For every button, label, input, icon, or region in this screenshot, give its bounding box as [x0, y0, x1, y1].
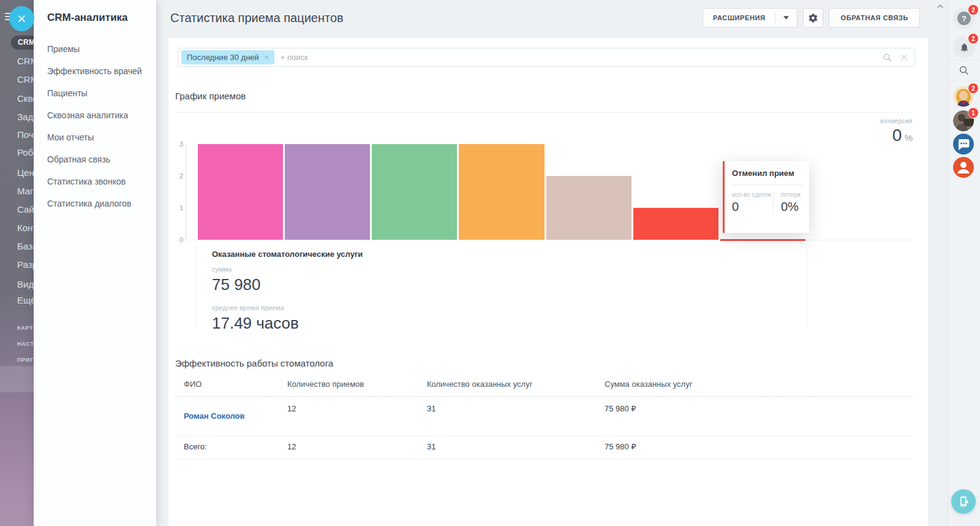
table-row: Роман Соколов 12 31 75 980 ₽	[175, 397, 913, 436]
sidebar-item[interactable]: CRM	[17, 56, 34, 66]
funnel-stage[interactable]	[198, 144, 283, 240]
filter-tag-label: Последние 30 дней	[187, 53, 259, 62]
phone-icon	[957, 495, 970, 508]
sidebar-item[interactable]: CRM	[17, 74, 34, 85]
user-avatar[interactable]: 1	[953, 110, 975, 132]
analytics-menu-list: ПриемыЭффективность врачейПациентыСквозн…	[34, 38, 156, 215]
stage-tooltip: Отменил прием кол-во сделок 0 потери 0%	[723, 161, 809, 233]
summary-sum-label: сумма	[212, 265, 807, 273]
tooltip-title: Отменил прием	[732, 169, 803, 178]
funnel-stage[interactable]	[546, 144, 631, 240]
sidebar-item[interactable]: Ещё	[17, 295, 34, 305]
team-chat-button[interactable]	[953, 134, 975, 156]
tag-close-icon[interactable]: ×	[265, 53, 269, 62]
menu-item-статистика-звонков[interactable]: Статистика звонков	[34, 170, 156, 192]
funnel-bar[interactable]	[720, 239, 805, 241]
menu-item-приемы[interactable]: Приемы	[34, 38, 156, 60]
funnel-bar[interactable]	[372, 144, 457, 240]
plan-row[interactable]: ОС 9 д	[0, 366, 34, 392]
column-header: Количество приемов	[287, 379, 427, 389]
sidebar-section-label[interactable]: КАРТА	[17, 325, 34, 331]
sidebar-item-active[interactable]: CRM	[11, 36, 34, 50]
menu-item-мои-отчеты[interactable]: Мои отчеты	[34, 126, 156, 148]
table-cell: 31	[427, 436, 605, 459]
table-cell: 75 980 ₽	[605, 436, 913, 459]
menu-item-пациенты[interactable]: Пациенты	[34, 82, 156, 104]
sidebar-section-label[interactable]: НАСТР	[17, 341, 34, 347]
right-rail: ? 2 2 2 1	[948, 0, 980, 526]
funnel-bar[interactable]	[198, 144, 283, 240]
table-section-title: Эффективность работы стоматолога	[175, 358, 333, 368]
table-cell: 31	[427, 397, 605, 435]
main-area: Статистика приема пациентов РАСШИРЕНИЯ О…	[156, 0, 928, 526]
summary-avg-label: среднее время приема	[212, 304, 807, 311]
sidebar-item[interactable]: Зада	[17, 112, 34, 122]
doctor-name-link[interactable]: Роман Соколов	[184, 411, 245, 421]
sidebar-item[interactable]: Робо	[17, 147, 34, 158]
page-title: Статистика приема пациентов	[170, 11, 344, 25]
notifications-button[interactable]: 2	[953, 36, 975, 58]
sidebar-item[interactable]: Мага	[17, 186, 34, 196]
profile-button[interactable]	[953, 157, 975, 179]
feedback-button[interactable]: ОБРАТНАЯ СВЯЗЬ	[829, 8, 920, 28]
filter-bar[interactable]: Последние 30 дней × + поиск	[178, 48, 915, 67]
conversion-unit: %	[905, 132, 913, 143]
search-input[interactable]: + поиск	[281, 53, 308, 62]
menu-item-сквозная-аналитика[interactable]: Сквозная аналитика	[34, 104, 156, 126]
table-cell: 12	[287, 397, 427, 435]
sidebar-item[interactable]: Почт	[17, 129, 34, 140]
sidebar-item[interactable]: Сайт	[17, 204, 34, 215]
rail-search-button[interactable]	[953, 65, 975, 76]
person-icon	[953, 157, 974, 178]
efficiency-table: ФИОКоличество приемовКоличество оказанны…	[175, 372, 913, 459]
section-divider	[175, 112, 913, 113]
main-header: Статистика приема пациентов РАСШИРЕНИЯ О…	[156, 0, 928, 38]
app-window: CRM CRMCRMСквоЗадаПочтРобоЦентМагаСайтКо…	[0, 0, 980, 526]
sidebar-item[interactable]: Скво	[17, 93, 34, 104]
search-icon[interactable]	[883, 53, 892, 63]
settings-button[interactable]	[803, 8, 823, 28]
tooltip-deals-value: 0	[732, 200, 773, 214]
conversion-value: 0	[892, 126, 902, 145]
funnel-bars	[198, 144, 805, 240]
sidebar-item[interactable]: Разр	[17, 259, 34, 270]
mobile-app-button[interactable]	[951, 489, 976, 514]
extensions-button[interactable]: РАСШИРЕНИЯ	[703, 8, 797, 28]
table-cell: 12	[287, 436, 427, 459]
sidebar-item[interactable]: Виде	[17, 279, 34, 289]
conversion-label: конверсия	[881, 118, 913, 124]
main-sidebar: CRM CRMCRMСквоЗадаПочтРобоЦентМагаСайтКо…	[0, 0, 34, 526]
chevron-down-icon[interactable]	[775, 16, 797, 20]
table-total-row: Всего: 12 31 75 980 ₽	[175, 436, 913, 459]
sidebar-item[interactable]: Конт	[17, 223, 34, 233]
analytics-menu-panel: CRM-аналитика ПриемыЭффективность врачей…	[34, 0, 156, 526]
funnel-bar[interactable]	[633, 208, 718, 240]
y-tick-label: 2	[170, 172, 183, 180]
tooltip-divider	[732, 185, 803, 185]
avatar-badge: 1	[968, 108, 978, 118]
close-panel-button[interactable]	[9, 6, 34, 31]
filter-tag[interactable]: Последние 30 дней ×	[181, 50, 274, 64]
user-avatar[interactable]: 2	[953, 86, 975, 108]
funnel-stage[interactable]	[372, 144, 457, 240]
funnel-bar[interactable]	[459, 144, 544, 240]
question-icon: ?	[957, 12, 971, 25]
funnel-stage[interactable]	[459, 144, 544, 240]
sidebar-section-label[interactable]: ПРИГЛ	[17, 357, 34, 363]
conversion-block: конверсия 0 %	[881, 118, 913, 145]
funnel-bar[interactable]	[285, 144, 370, 240]
menu-item-эффективность-врачей[interactable]: Эффективность врачей	[34, 60, 156, 82]
help-button[interactable]: ? 2	[953, 7, 975, 29]
funnel-stage[interactable]	[633, 144, 718, 240]
chevron-up-icon[interactable]	[936, 2, 944, 13]
sidebar-item[interactable]: База	[17, 241, 34, 251]
tooltip-loss-label: потери	[781, 191, 801, 198]
funnel-stage[interactable]	[285, 144, 370, 240]
bell-icon	[959, 42, 970, 53]
funnel-bar[interactable]	[546, 176, 631, 240]
menu-item-статистика-диалогов[interactable]: Статистика диалогов	[34, 192, 156, 215]
clear-search-icon[interactable]	[900, 53, 908, 62]
feedback-label: ОБРАТНАЯ СВЯЗЬ	[840, 14, 908, 21]
sidebar-item[interactable]: Цент	[17, 167, 34, 178]
menu-item-обратная-связь[interactable]: Обратная связь	[34, 148, 156, 170]
